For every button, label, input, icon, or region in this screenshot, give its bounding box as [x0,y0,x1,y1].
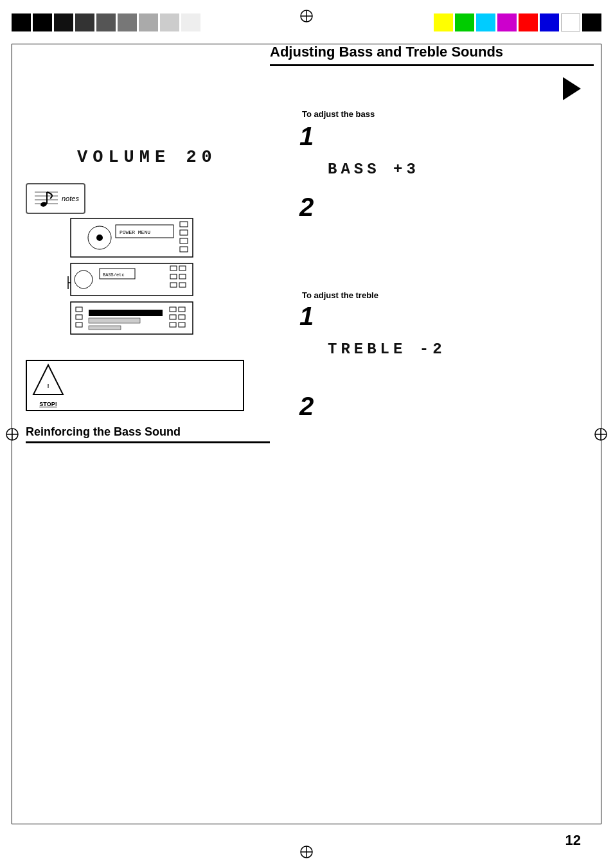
bass-adjust-label: To adjust the bass [302,108,375,120]
svg-rect-39 [76,315,82,319]
notes-svg [32,187,60,210]
stop-icon-container: ! STOP! [32,364,64,407]
bass-display: BASS +3 [328,161,420,178]
page-number: 12 [565,832,581,849]
treble-step2: 2 [299,392,314,421]
color-seg-blue [540,13,559,31]
top-bar [0,0,613,45]
notes-label: notes [62,195,79,202]
section-heading: Reinforcing the Bass Sound [26,425,270,443]
svg-rect-36 [179,283,186,287]
bass-step2: 2 [299,193,314,222]
registration-mark-left [5,427,19,441]
svg-text:!: ! [48,383,49,389]
color-seg-red [519,13,538,31]
notes-icon: notes [26,183,85,214]
stop-triangle: ! [32,364,64,400]
svg-rect-24 [180,230,188,235]
svg-rect-49 [179,323,185,327]
color-seg-magenta [497,13,517,31]
bass-step1-number: 1 [299,122,314,150]
stop-warning-box: ! STOP! [26,360,244,411]
stop-svg: ! [32,364,64,397]
svg-rect-26 [180,247,188,252]
svg-rect-32 [179,266,186,270]
color-seg-green [455,13,474,31]
seg-gray-4 [160,13,179,31]
page-title-container: Adjusting Bass and Treble Sounds [270,44,594,66]
svg-point-28 [75,270,93,288]
seg-white [181,13,200,31]
border-right [601,44,601,824]
stop-label: STOP! [39,401,57,407]
treble-display-container: TREBLE -2 [328,341,446,358]
border-bottom [12,824,601,824]
treble-adjust-label: To adjust the treble [302,289,378,301]
treble-step1: 1 [299,302,314,331]
seg-black-3 [54,13,73,31]
notes-icon-container: notes [26,183,85,214]
section-heading-text: Reinforcing the Bass Sound [26,425,270,443]
page-arrow-icon [563,77,581,100]
border-left [12,44,12,824]
treble-step1-number: 1 [299,302,314,330]
registration-mark-bottom [299,845,314,859]
seg-gray-2 [118,13,137,31]
seg-black-2 [33,13,52,31]
bass-step1: 1 [299,122,314,151]
seg-gray-3 [139,13,158,31]
svg-rect-40 [76,323,82,327]
volume-display: VOLUME 20 [77,148,217,167]
svg-rect-48 [170,323,176,327]
color-seg-black2 [582,13,601,31]
device-diagram: POWER MENU BASS/etc [64,212,199,343]
treble-label-text: To adjust the treble [302,290,378,300]
svg-rect-44 [170,307,176,312]
svg-rect-25 [180,238,188,244]
svg-rect-31 [170,266,177,270]
bass-step2-number: 2 [299,193,314,221]
color-bar [434,13,601,31]
treble-display: TREBLE -2 [328,341,446,358]
svg-rect-47 [179,315,185,319]
svg-rect-33 [170,274,177,279]
svg-rect-46 [170,315,176,319]
svg-rect-41 [89,310,163,316]
svg-rect-35 [170,283,177,287]
svg-rect-38 [76,307,82,312]
color-seg-white2 [561,13,580,31]
svg-rect-43 [89,326,121,330]
svg-text:BASS/etc: BASS/etc [103,272,125,278]
svg-rect-42 [89,318,140,323]
svg-rect-23 [180,222,188,227]
svg-text:POWER MENU: POWER MENU [120,229,150,235]
page-title: Adjusting Bass and Treble Sounds [270,44,594,66]
volume-text: VOLUME 20 [77,148,217,167]
svg-point-20 [96,235,103,241]
bass-display-container: BASS +3 [328,161,420,178]
svg-rect-34 [179,274,186,279]
bass-label-text: To adjust the bass [302,109,375,119]
seg-black-1 [12,13,31,31]
svg-rect-45 [179,307,185,312]
color-seg-cyan [476,13,495,31]
page-number-text: 12 [565,832,581,848]
device-svg: POWER MENU BASS/etc [64,212,199,341]
color-seg-yellow [434,13,453,31]
seg-gray-1 [96,13,116,31]
seg-black-4 [75,13,94,31]
treble-step2-number: 2 [299,392,314,420]
black-bar [12,13,200,31]
